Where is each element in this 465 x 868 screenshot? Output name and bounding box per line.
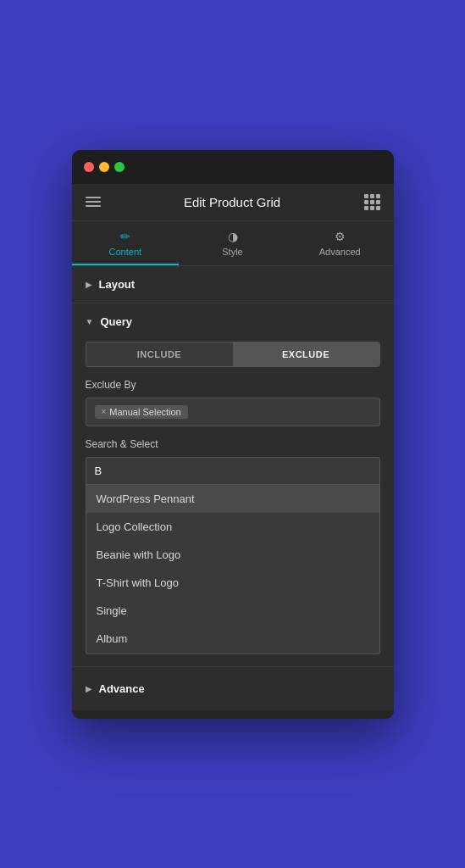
query-chevron-down-icon: ▼ [86,317,94,326]
layout-chevron-right-icon: ▶ [86,280,92,289]
close-button[interactable] [84,162,94,172]
include-toggle-button[interactable]: INCLUDE [86,342,233,366]
minimize-button[interactable] [99,162,109,172]
tab-content-label: Content [109,247,142,257]
grid-menu-icon[interactable] [364,194,380,210]
header: Edit Product Grid [72,184,394,221]
tab-advanced[interactable]: ⚙ Advanced [286,221,394,265]
advance-section-header[interactable]: ▶ Advance [86,679,380,698]
content-area: ▶ Layout ▼ Query INCLUDE EXCLUDE Exclude… [72,266,394,710]
advance-section-title: Advance [99,682,145,695]
pencil-icon: ✏ [120,230,130,243]
list-item[interactable]: Album [86,625,379,653]
manual-selection-tag: × Manual Selection [95,405,188,419]
advance-chevron-right-icon: ▶ [86,684,92,693]
exclude-by-label: Exclude By [86,379,380,391]
dropdown-list-inner[interactable]: WordPress Pennant Logo Collection Beanie… [86,485,379,654]
search-select-label: Search & Select [86,438,380,450]
search-input[interactable] [86,457,380,485]
query-section-title: Query [100,315,132,328]
list-item[interactable]: Beanie with Logo [86,541,379,569]
exclude-toggle-button[interactable]: EXCLUDE [233,342,379,366]
layout-section-header[interactable]: ▶ Layout [72,266,394,303]
exclude-by-field[interactable]: × Manual Selection [86,398,380,426]
search-dropdown: WordPress Pennant Logo Collection Beanie… [86,485,380,654]
tab-style-label: Style [222,247,242,257]
tab-advanced-label: Advanced [319,247,361,257]
list-item[interactable]: T-Shirt with Logo [86,569,379,597]
layout-section-title: Layout [99,278,136,291]
title-bar [72,150,394,184]
gear-icon: ⚙ [335,230,346,243]
tabs-bar: ✏ Content ◑ Style ⚙ Advanced [72,221,394,266]
advance-section: ▶ Advance [72,667,394,710]
tab-content[interactable]: ✏ Content [72,221,180,265]
traffic-lights [84,162,125,172]
include-exclude-toggle: INCLUDE EXCLUDE [86,342,380,367]
query-section-header[interactable]: ▼ Query [86,315,380,328]
list-item[interactable]: WordPress Pennant [86,485,379,513]
list-item[interactable]: Logo Collection [86,513,379,541]
list-item[interactable]: Single [86,597,379,625]
list-item[interactable]: Polo [86,653,379,654]
circle-half-icon: ◑ [228,230,238,243]
editor-window: Edit Product Grid ✏ Content ◑ Style ⚙ Ad… [72,150,394,719]
hamburger-menu-icon[interactable] [86,197,101,207]
layout-section: ▶ Layout [72,266,394,303]
tag-remove-icon[interactable]: × [102,407,107,416]
tag-value: Manual Selection [109,407,180,417]
query-section: ▼ Query INCLUDE EXCLUDE Exclude By × Man… [72,303,394,667]
tab-style[interactable]: ◑ Style [179,221,286,265]
page-title: Edit Product Grid [101,195,364,209]
maximize-button[interactable] [114,162,125,172]
bottom-bar [72,710,394,719]
